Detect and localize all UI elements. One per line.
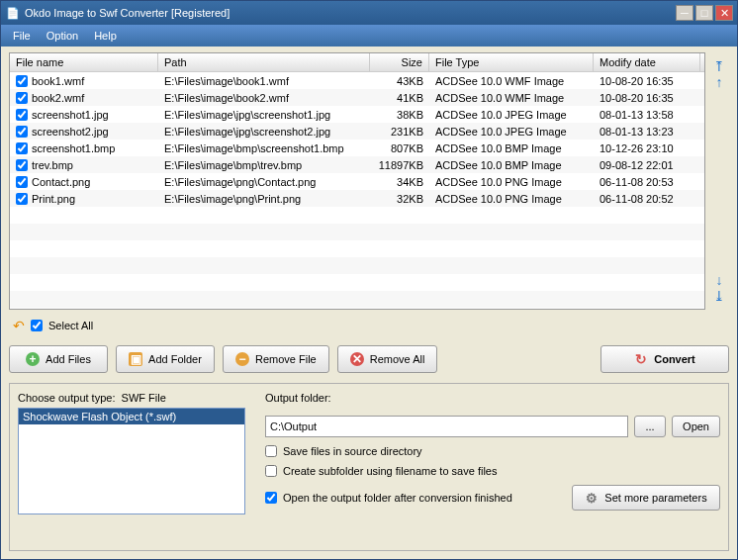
row-checkbox[interactable] [16,142,28,154]
row-checkbox[interactable] [16,176,28,188]
row-filename: Contact.png [32,176,90,188]
row-path: E:\Files\image\bmp\trev.bmp [158,159,370,171]
row-filename: screenshot1.jpg [32,109,109,121]
reorder-arrows: ⤒ ↑ ↓ ⤓ [709,52,729,310]
convert-button[interactable]: ↻ Convert [600,345,729,373]
output-folder-panel: Output folder: ... Open Save files in so… [265,392,720,542]
move-down-icon[interactable]: ↓ [711,272,727,288]
row-type: ACDSee 10.0 JPEG Image [429,126,594,138]
menu-help[interactable]: Help [88,28,123,44]
output-folder-input[interactable] [265,416,628,437]
move-top-icon[interactable]: ⤒ [711,58,727,74]
col-modifydate[interactable]: Modify date [594,53,700,71]
row-checkbox[interactable] [16,92,28,104]
minimize-button[interactable]: ─ [676,5,693,21]
browse-button[interactable]: ... [634,416,666,437]
row-date: 09-08-12 22:01 [594,159,700,171]
col-size[interactable]: Size [370,53,429,71]
convert-icon: ↻ [634,352,648,366]
row-checkbox[interactable] [16,159,28,171]
row-path: E:\Files\image\png\Print.png [158,193,370,205]
row-path: E:\Files\image\jpg\screenshot1.jpg [158,109,370,121]
table-row[interactable]: book1.wmfE:\Files\image\book1.wmf43KBACD… [10,72,704,89]
menu-option[interactable]: Option [41,28,84,44]
row-type: ACDSee 10.0 PNG Image [429,193,594,205]
type-list[interactable]: Shockwave Flash Object (*.swf) [18,408,245,514]
table-row[interactable]: book2.wmfE:\Files\image\book2.wmf41KBACD… [10,89,704,106]
row-checkbox[interactable] [16,126,28,138]
row-date: 08-01-13 13:58 [594,109,700,121]
plus-icon: + [26,352,40,366]
table-row[interactable]: screenshot1.jpgE:\Files\image\jpg\screen… [10,106,704,123]
main-window: 📄 Okdo Image to Swf Converter [Registere… [0,0,738,560]
move-bottom-icon[interactable]: ⤓ [711,288,727,304]
open-after-label: Open the output folder after conversion … [283,492,512,504]
create-subfolder-label: Create subfolder using filename to save … [283,465,497,477]
file-list: File name Path Size File Type Modify dat… [9,52,705,310]
col-filetype[interactable]: File Type [429,53,594,71]
add-files-button[interactable]: + Add Files [9,345,108,373]
col-path[interactable]: Path [158,53,370,71]
row-filename: Print.png [32,193,75,205]
row-date: 06-11-08 20:52 [594,193,700,205]
open-folder-button[interactable]: Open [672,416,720,437]
type-item-swf[interactable]: Shockwave Flash Object (*.swf) [19,409,244,424]
row-filename: screenshot2.jpg [32,126,109,138]
row-date: 10-08-20 16:35 [594,92,700,104]
move-up-icon[interactable]: ↑ [711,74,727,90]
row-filename: book1.wmf [32,75,84,87]
row-date: 08-01-13 13:23 [594,126,700,138]
row-size: 43KB [370,75,429,87]
open-after-checkbox[interactable] [265,492,277,504]
save-source-label: Save files in source directory [283,445,422,457]
row-checkbox[interactable] [16,193,28,205]
minus-icon: − [235,352,249,366]
set-more-parameters-button[interactable]: ⚙ Set more parameters [572,485,720,511]
row-type: ACDSee 10.0 BMP Image [429,142,594,154]
choose-type-label: Choose output type: SWF File [18,392,245,404]
table-row[interactable]: screenshot2.jpgE:\Files\image\jpg\screen… [10,123,704,140]
row-path: E:\Files\image\jpg\screenshot2.jpg [158,126,370,138]
col-filename[interactable]: File name [10,53,158,71]
row-size: 38KB [370,109,429,121]
selectall-checkbox[interactable] [31,320,43,331]
save-source-checkbox[interactable] [265,445,277,457]
row-checkbox[interactable] [16,109,28,121]
row-type: ACDSee 10.0 WMF Image [429,92,594,104]
row-type: ACDSee 10.0 PNG Image [429,176,594,188]
menu-file[interactable]: File [7,28,37,44]
window-controls: ─ □ ✕ [676,5,733,21]
selectall-row: ↶ Select All [9,316,729,335]
row-type: ACDSee 10.0 JPEG Image [429,109,594,121]
table-row[interactable]: Contact.pngE:\Files\image\png\Contact.pn… [10,173,704,190]
output-folder-label: Output folder: [265,392,720,404]
up-arrow-icon: ↶ [13,318,25,333]
table-row[interactable]: trev.bmpE:\Files\image\bmp\trev.bmp11897… [10,156,704,173]
list-body[interactable]: book1.wmfE:\Files\image\book1.wmf43KBACD… [10,72,704,309]
remove-all-button[interactable]: ✕ Remove All [337,345,438,373]
add-folder-button[interactable]: ▣ Add Folder [116,345,215,373]
row-path: E:\Files\image\bmp\screenshot1.bmp [158,142,370,154]
row-date: 10-12-26 23:10 [594,142,700,154]
row-size: 11897KB [370,159,429,171]
row-size: 231KB [370,126,429,138]
folder-icon: ▣ [129,352,142,366]
row-size: 32KB [370,193,429,205]
create-subfolder-checkbox[interactable] [265,465,277,477]
window-title: Okdo Image to Swf Converter [Registered] [25,7,676,19]
remove-file-button[interactable]: − Remove File [223,345,329,373]
output-type-panel: Choose output type: SWF File Shockwave F… [18,392,245,542]
menubar: File Option Help [1,25,737,47]
row-size: 807KB [370,142,429,154]
close-button[interactable]: ✕ [715,5,733,21]
table-row[interactable]: screenshot1.bmpE:\Files\image\bmp\screen… [10,140,704,156]
titlebar: 📄 Okdo Image to Swf Converter [Registere… [1,1,737,25]
table-row[interactable]: Print.pngE:\Files\image\png\Print.png32K… [10,190,704,207]
x-icon: ✕ [350,352,364,366]
row-path: E:\Files\image\book1.wmf [158,75,370,87]
row-checkbox[interactable] [16,75,28,87]
app-icon: 📄 [5,5,21,21]
row-date: 06-11-08 20:53 [594,176,700,188]
maximize-button[interactable]: □ [695,5,713,21]
row-type: ACDSee 10.0 WMF Image [429,75,594,87]
